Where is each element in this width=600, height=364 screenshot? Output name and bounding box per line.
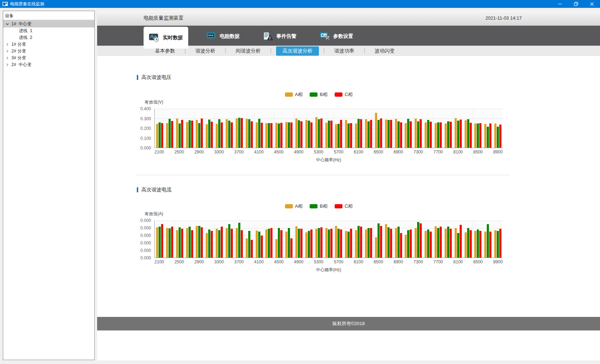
y-tick-label: 0.300 [140,116,151,121]
voltage-chart: 有效值(V) 0.4000.3000.2000.1000.000 2100250… [135,99,503,163]
x-tick-label: 8500 [473,259,483,264]
chart-legend: A相B相C相 [135,203,503,209]
x-tick-label [284,259,294,264]
legend-item[interactable]: C相 [335,203,352,209]
chevron-down-icon[interactable] [5,22,9,26]
chevron-right-icon[interactable] [5,63,9,67]
bar [484,232,486,258]
bar-group [463,109,473,148]
bar-group [403,221,413,258]
bar [467,228,469,258]
legend-label: C相 [345,203,352,209]
bar [487,224,489,258]
legend-item[interactable]: B相 [310,203,328,209]
subtab-separator [271,48,271,54]
chevron-right-icon[interactable] [5,42,9,47]
tab-参数设置[interactable]: 参数设置 [314,27,359,46]
x-tick-label [344,150,354,155]
tree-item[interactable]: 2# 中心变 [3,61,94,68]
x-tick-label: 8500 [473,150,483,155]
current-chart: 有效值(A) 0.0000.0000.0000.0000.0000.000 21… [135,211,503,273]
legend-item[interactable]: C相 [335,91,352,98]
x-tick-label: 2900 [194,259,204,264]
bar [265,229,268,258]
bar [248,119,250,148]
tab-电能数据[interactable]: 电能数据 [200,27,245,46]
close-button[interactable] [584,0,600,8]
bar-group [473,109,483,148]
bar [360,227,362,258]
tree-item[interactable]: 3# 分变 [3,55,94,61]
x-tick-label: 7300 [413,150,423,155]
tree-item[interactable]: 2# 分变 [3,48,94,55]
app-icon [2,2,8,6]
bar [455,118,457,148]
restore-button[interactable] [568,0,584,8]
subtab-高次谐波分析[interactable]: 高次谐波分析 [276,46,319,56]
subtab-间谐波分析[interactable]: 间谐波分析 [231,47,266,55]
bar-group [244,221,254,258]
x-tick-label: 6100 [354,259,364,264]
bar [236,118,238,148]
bar [169,228,171,258]
x-tick-label [284,150,294,155]
tree-item[interactable]: 进线 1 [3,27,94,34]
bar-group [244,109,254,148]
bar [427,120,429,148]
x-tick-label: 4500 [274,150,284,155]
tab-事件告警[interactable]: 事件告警 [257,27,302,46]
legend-item[interactable]: B相 [310,91,328,98]
x-tick-label: 6100 [354,150,364,155]
chevron-right-icon[interactable] [5,56,9,60]
bar [218,119,220,148]
bar [425,231,427,258]
bar [176,118,178,148]
bar-group [264,109,274,148]
bar [221,122,223,148]
bar [499,125,501,148]
bar [208,120,210,148]
content-area: 高次谐波电压 A相B相C相 有效值(V) 0.4000.3000.2000.10… [97,56,600,317]
bar-group [165,221,175,258]
x-tick-label [244,259,254,264]
bar [268,123,270,148]
x-tick-label [403,150,413,155]
tree-item[interactable]: 1# 分变 [3,41,94,48]
bar [181,229,183,258]
legend-item[interactable]: A相 [285,91,303,98]
subtab-波动闪变[interactable]: 波动闪变 [370,47,400,55]
subtab-谐波功率[interactable]: 谐波功率 [329,47,359,55]
x-tick-label [244,150,254,155]
legend-label: A相 [295,91,303,98]
tree-item[interactable]: 进线 2 [3,34,94,41]
realtime-data-icon [149,33,160,42]
tree-item[interactable]: 1# 中心变 [3,21,94,27]
bar [208,229,210,258]
legend-label: B相 [320,91,328,98]
minimize-button[interactable] [552,0,568,8]
x-tick-label: 4500 [274,259,284,264]
bar [231,122,233,148]
bar [246,119,248,148]
bar [450,122,452,148]
bar [298,229,300,258]
tab-实时数据[interactable]: 实时数据 [144,27,188,49]
bar [186,122,188,148]
x-tick-label: 8100 [453,150,463,155]
legend-item[interactable]: A相 [285,203,303,209]
subtab-谐波分析[interactable]: 谐波分析 [190,47,220,55]
bar [325,123,328,148]
bar [275,123,278,148]
chevron-right-icon[interactable] [5,49,9,54]
x-tick-label: 2500 [174,259,184,264]
tab-label: 事件告警 [276,33,296,40]
bar [290,122,292,148]
main-header: 电能质量监测装置 2021-11-03 14:17 [97,11,600,26]
bar [365,119,367,148]
y-tick-label: 0.000 [140,218,151,223]
bar [161,224,163,258]
bar [355,123,357,148]
bar-group [423,109,433,148]
bar [355,230,357,258]
bar [261,123,263,148]
